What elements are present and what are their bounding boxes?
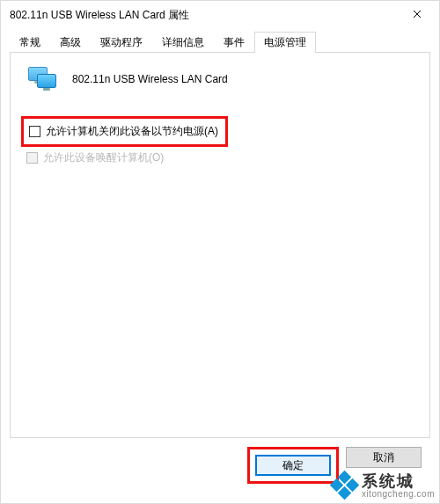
tab-details[interactable]: 详细信息 xyxy=(152,32,214,53)
option-allow-wake-row: 允许此设备唤醒计算机(O) xyxy=(23,147,417,167)
tab-advanced[interactable]: 高级 xyxy=(50,32,91,53)
tab-strip: 常规 高级 驱动程序 详细信息 事件 电源管理 xyxy=(10,33,430,53)
checkbox-allow-wake xyxy=(26,152,38,164)
tab-events[interactable]: 事件 xyxy=(214,32,254,53)
annotation-highlight-ok: 确定 xyxy=(247,447,339,484)
cancel-button-label: 取消 xyxy=(373,450,394,465)
tab-driver[interactable]: 驱动程序 xyxy=(91,32,152,53)
tab-general[interactable]: 常规 xyxy=(10,32,50,53)
checkbox-allow-turn-off[interactable] xyxy=(29,126,40,137)
close-button[interactable] xyxy=(397,1,437,29)
annotation-highlight-option: 允许计算机关闭此设备以节约电源(A) xyxy=(21,116,228,147)
device-header: 802.11n USB Wireless LAN Card xyxy=(28,67,417,91)
close-icon xyxy=(413,9,422,21)
checkbox-allow-turn-off-label[interactable]: 允许计算机关闭此设备以节约电源(A) xyxy=(46,124,218,139)
ok-button[interactable]: 确定 xyxy=(255,455,331,476)
tab-power-management[interactable]: 电源管理 xyxy=(254,32,316,53)
dialog-content: 常规 高级 驱动程序 详细信息 事件 电源管理 802.11n USB Wire… xyxy=(1,29,439,503)
ok-button-label: 确定 xyxy=(282,458,304,473)
window-title: 802.11n USB Wireless LAN Card 属性 xyxy=(10,8,397,23)
checkbox-allow-wake-label: 允许此设备唤醒计算机(O) xyxy=(43,150,164,165)
dialog-buttons: 确定 取消 xyxy=(10,438,430,494)
network-adapter-icon xyxy=(28,67,60,91)
titlebar: 802.11n USB Wireless LAN Card 属性 xyxy=(1,1,439,29)
properties-dialog: 802.11n USB Wireless LAN Card 属性 常规 高级 驱… xyxy=(0,0,440,504)
tab-panel-power-management: 802.11n USB Wireless LAN Card 允许计算机关闭此设备… xyxy=(10,53,430,438)
device-name-label: 802.11n USB Wireless LAN Card xyxy=(72,73,228,85)
cancel-button[interactable]: 取消 xyxy=(346,447,422,468)
